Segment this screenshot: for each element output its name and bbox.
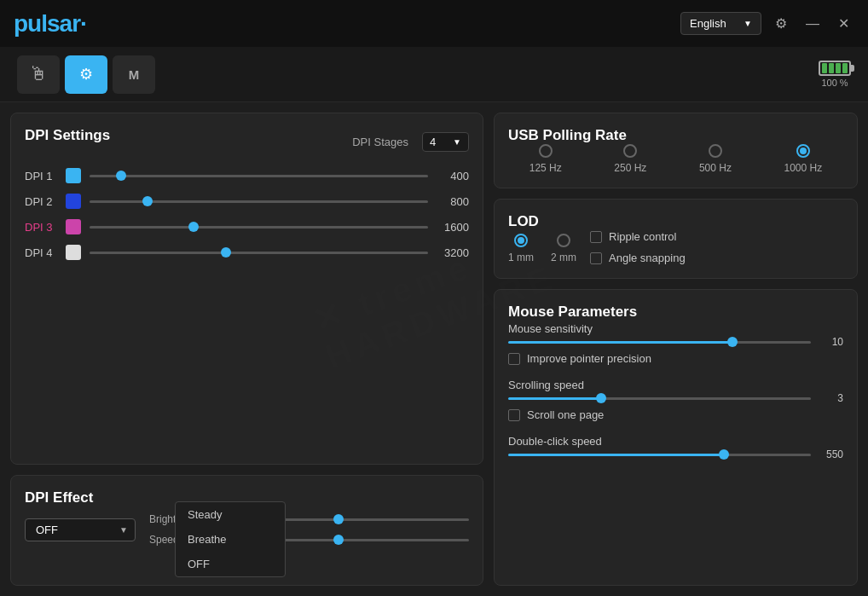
dpi-2-value: 800	[437, 195, 469, 208]
effect-option-off[interactable]: OFF	[176, 552, 285, 576]
battery-seg-3	[836, 63, 841, 73]
lod-1mm-radio[interactable]	[514, 234, 528, 247]
right-column: USB Polling Rate 125 Hz 250 Hz 500 Hz 10…	[494, 113, 858, 586]
pointer-precision-label: Improve pointer precision	[527, 352, 651, 365]
ripple-control-row[interactable]: Ripple control	[590, 230, 843, 243]
dpi-effect-title: DPI Effect	[25, 489, 93, 506]
dpi-2-slider[interactable]	[90, 200, 428, 203]
lod-distance-options: 1 mm 2 mm	[508, 230, 576, 264]
dpi-row-1: DPI 1 400	[25, 168, 469, 183]
polling-500hz-label: 500 Hz	[699, 162, 732, 174]
usb-polling-title: USB Polling Rate	[508, 127, 627, 143]
lod-checkboxes: Ripple control Angle snapping	[590, 230, 843, 264]
dpi-1-slider-wrap	[90, 170, 428, 182]
dpi-3-slider[interactable]	[90, 226, 428, 229]
dpi-4-slider[interactable]	[90, 252, 428, 254]
language-label: English	[690, 17, 726, 30]
dpi-stages-control: DPI Stages 4 ▼	[352, 132, 469, 152]
lod-2mm[interactable]: 2 mm	[551, 234, 576, 263]
tab-mouse[interactable]: 🖱	[17, 55, 60, 94]
battery-indicator: 100 %	[819, 61, 851, 88]
battery-seg-2	[829, 63, 834, 73]
mouse-sensitivity-section: Mouse sensitivity 10 Improve pointer pre…	[508, 321, 843, 365]
minimize-button[interactable]: —	[801, 13, 825, 35]
polling-1000hz[interactable]: 1000 Hz	[784, 144, 823, 174]
scroll-one-page-checkbox[interactable]	[508, 409, 520, 421]
logo-text: pulsar	[14, 10, 80, 37]
lod-2mm-radio[interactable]	[557, 234, 570, 247]
polling-250hz-label: 250 Hz	[614, 162, 646, 174]
effect-mode-value: OFF	[36, 524, 58, 536]
dpi-3-slider-wrap	[90, 221, 428, 233]
dpi-4-value: 3200	[437, 246, 469, 259]
mouse-params-panel: Mouse Parameters Mouse sensitivity 10 Im…	[494, 289, 858, 586]
effect-option-steady[interactable]: Steady	[176, 502, 285, 527]
polling-options: 125 Hz 250 Hz 500 Hz 1000 Hz	[508, 144, 843, 174]
effect-option-breathe[interactable]: Breathe	[176, 527, 285, 552]
polling-1000hz-radio[interactable]	[796, 144, 810, 158]
dpi-stages-label: DPI Stages	[352, 136, 408, 148]
dpi-row-2: DPI 2 800	[25, 194, 469, 209]
angle-snapping-checkbox[interactable]	[590, 252, 602, 264]
toolbar: 🖱 ⚙ M 100 %	[0, 47, 868, 102]
battery-icon	[819, 61, 851, 76]
dpi-row-4: DPI 4 3200	[25, 245, 469, 260]
tab-macro[interactable]: M	[113, 55, 155, 94]
lod-1mm-label: 1 mm	[508, 252, 534, 263]
polling-250hz-radio[interactable]	[623, 144, 637, 158]
dpi-3-color[interactable]	[66, 219, 81, 234]
chevron-down-icon: ▼	[744, 19, 752, 28]
tab-settings[interactable]: ⚙	[65, 55, 107, 94]
dpi-2-color[interactable]	[66, 194, 81, 209]
mouse-params-title: Mouse Parameters	[508, 304, 637, 320]
double-click-speed-slider[interactable]	[508, 454, 811, 456]
lod-content: 1 mm 2 mm Ripple control Angle snapping	[508, 230, 843, 264]
polling-500hz-radio[interactable]	[709, 144, 722, 158]
dpi-settings-title: DPI Settings	[25, 127, 110, 144]
dpi-2-slider-wrap	[90, 195, 428, 207]
app-header: pulsar· English ▼ ⚙ — ✕	[0, 0, 868, 47]
scroll-one-page-row[interactable]: Scroll one page	[508, 408, 843, 421]
settings-icon-button[interactable]: ⚙	[770, 12, 792, 35]
polling-500hz[interactable]: 500 Hz	[699, 144, 732, 174]
scroll-one-page-label: Scroll one page	[527, 408, 604, 421]
ripple-control-label: Ripple control	[609, 230, 677, 243]
dpi-1-label: DPI 1	[25, 170, 57, 182]
battery-seg-4	[842, 63, 848, 73]
dpi-3-label: DPI 3	[25, 221, 57, 234]
effect-mode-dropdown[interactable]: OFF ▼	[25, 518, 136, 541]
close-button[interactable]: ✕	[833, 12, 854, 35]
mouse-sensitivity-slider[interactable]	[508, 341, 811, 344]
polling-125hz-label: 125 Hz	[529, 162, 562, 174]
lod-title: LOD	[508, 213, 539, 229]
usb-polling-panel: USB Polling Rate 125 Hz 250 Hz 500 Hz 10…	[494, 113, 858, 188]
dpi-1-value: 400	[437, 170, 469, 182]
polling-125hz-radio[interactable]	[539, 144, 553, 158]
mouse-sensitivity-value: 10	[818, 336, 843, 348]
dpi-4-color[interactable]	[66, 245, 81, 260]
scrolling-speed-slider[interactable]	[508, 397, 811, 400]
mouse-sensitivity-label: Mouse sensitivity	[508, 322, 593, 335]
pointer-precision-checkbox[interactable]	[508, 353, 520, 365]
dpi-stages-selector[interactable]: 4 ▼	[422, 132, 469, 152]
effect-dropdown-menu: Steady Breathe OFF	[175, 501, 286, 577]
logo-accent: ·	[80, 10, 86, 37]
effect-dropdown-wrap: OFF ▼	[25, 518, 136, 541]
pointer-precision-row[interactable]: Improve pointer precision	[508, 352, 843, 365]
header-controls: English ▼ ⚙ — ✕	[680, 12, 854, 35]
dpi-1-slider[interactable]	[90, 175, 428, 177]
lod-panel: LOD 1 mm 2 mm Ripple control	[494, 199, 858, 279]
double-click-speed-slider-row: 550	[508, 448, 843, 460]
battery-percentage: 100 %	[821, 78, 848, 88]
dpi-3-value: 1600	[437, 221, 469, 234]
dpi-settings-panel: DPI Settings DPI Stages 4 ▼ DPI 1 400	[10, 113, 483, 465]
language-selector[interactable]: English ▼	[680, 12, 761, 35]
polling-125hz[interactable]: 125 Hz	[529, 144, 562, 174]
dpi-1-color[interactable]	[66, 168, 81, 183]
angle-snapping-row[interactable]: Angle snapping	[590, 252, 843, 264]
polling-250hz[interactable]: 250 Hz	[614, 144, 646, 174]
effect-chevron-icon: ▼	[119, 525, 128, 535]
ripple-control-checkbox[interactable]	[590, 231, 602, 243]
lod-1mm[interactable]: 1 mm	[508, 234, 534, 263]
angle-snapping-label: Angle snapping	[609, 252, 686, 264]
